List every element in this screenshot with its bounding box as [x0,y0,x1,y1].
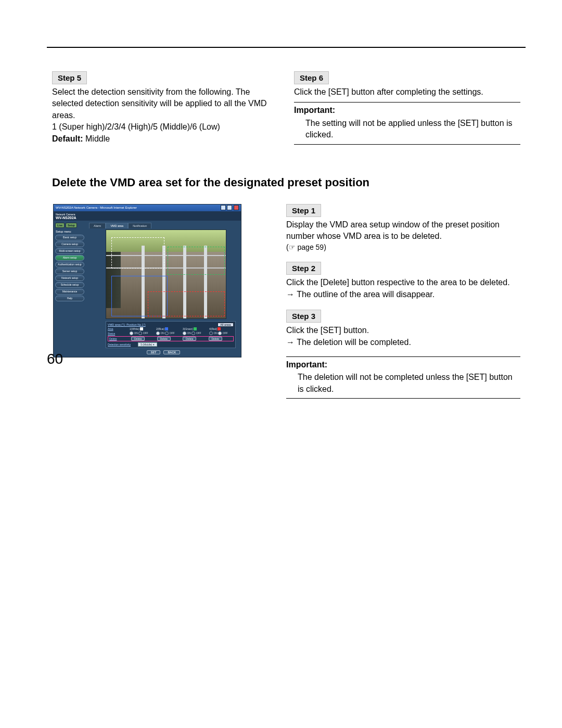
status-4-on[interactable] [209,331,213,335]
title-bar: WV-NS202A Network Camera - Microsoft Int… [54,205,241,211]
status-3-off[interactable] [191,331,195,335]
sens-select[interactable]: 5 (Middle) ▾ [138,342,157,347]
step5-body1: Select the detection sensitivity from th… [52,86,278,121]
nav-help[interactable]: Help [55,296,84,301]
step6-imp-title: Important: [294,105,520,116]
step6-important: Important: The setting will not be appli… [294,102,520,144]
vmd-area-green[interactable] [168,247,225,275]
vmd-area-white[interactable] [111,237,164,269]
delete-area-3[interactable]: Delete [183,337,196,341]
step5-label: Step 5 [52,71,87,84]
step5-default-value: Middle [83,134,110,143]
step5-default-label: Default: [52,134,83,143]
nav-basic[interactable]: Basic setup [55,235,84,240]
vmd-settings-panel: VMD area ("1: Position No.1") All areas … [106,321,236,348]
minimize-icon[interactable] [221,205,226,210]
step2-label: Step 2 [286,262,321,275]
status-1-on[interactable] [130,331,133,335]
step1-body: Display the VMD area setup window of the… [286,219,520,242]
live-button[interactable]: Live [55,223,65,228]
panel-title: VMD area ("1: Position No.1") [108,323,146,326]
nav-alarm[interactable]: Alarm setup [55,255,84,261]
swatch-green-icon [194,327,197,330]
status-4-off[interactable] [218,331,222,335]
nav-schedule[interactable]: Schedule setup [55,282,84,288]
step1-ref: (☞ page 59) [286,242,520,253]
camera-preview[interactable] [106,229,226,319]
step1-label: Step 1 [286,204,321,217]
step6-imp-body: The setting will not be applied unless t… [294,118,520,141]
step3-result: → The deletion will be completed. [286,337,520,348]
right-important: Important: The deletion will not be comp… [286,356,520,399]
close-icon[interactable] [234,205,239,210]
set-button[interactable]: SET [147,350,161,354]
app-window: WV-NS202A Network Camera - Microsoft Int… [53,204,241,357]
section-title: Delete the VMD area set for the designat… [52,176,520,189]
model-header: Network Camera WV-NS202A [54,211,241,221]
step3-label: Step 3 [286,310,321,323]
row-area-label: Area [108,327,127,330]
tab-notif[interactable]: Notification [128,223,151,228]
main-area: Alarm VMD area Notification [86,221,241,357]
swatch-red-icon [218,327,221,330]
window-title: WV-NS202A Network Camera - Microsoft Int… [56,206,137,209]
tab-vmd[interactable]: VMD area [106,223,128,228]
delete-area-4[interactable]: Delete [209,337,222,341]
status-3-on[interactable] [183,331,186,335]
nav-camera[interactable]: Camera setup [55,241,84,247]
delete-area-2[interactable]: Delete [157,337,171,341]
status-2-on[interactable] [156,331,160,335]
tab-alarm[interactable]: Alarm [89,223,106,228]
nav-server[interactable]: Server setup [55,269,84,274]
nav-network[interactable]: Network setup [55,275,84,281]
setup-button[interactable]: Setup [66,223,77,228]
step3-body: Click the [SET] button. [286,325,520,336]
delete-area-1[interactable]: Delete [131,337,145,341]
page-number: 60 [47,351,63,367]
status-2-off[interactable] [165,331,169,335]
delete-row-highlight: Delete Delete Delete Delete Delete [108,336,234,341]
nav-auth[interactable]: Authentication setup [55,262,84,267]
step2-body: Click the [Delete] button respective to … [286,277,520,288]
vmd-area-red[interactable] [148,291,225,316]
maximize-icon[interactable] [227,205,232,210]
back-button[interactable]: BACK [163,350,180,354]
swatch-white-icon [140,327,143,330]
all-areas-button[interactable]: All areas [218,323,234,327]
row-status-label: Status [108,332,127,335]
step6-body: Click the [SET] button after completing … [294,86,520,98]
window-buttons[interactable] [220,205,239,211]
nav-maint[interactable]: Maintenance [55,289,84,295]
nav-multi[interactable]: Multi-screen setup [55,248,84,254]
sidebar: Live Setup Setup menu Basic setup Camera… [54,221,86,357]
setup-menu-label: Setup menu [56,230,85,233]
step6-label: Step 6 [294,71,329,84]
right-imp-title: Important: [286,359,520,371]
top-rule [47,47,526,48]
status-1-off[interactable] [138,331,142,335]
step5-body2: 1 (Super high)/2/3/4 (High)/5 (Middle)/6… [52,121,278,133]
row-delete-label: Delete [109,337,129,340]
swatch-blue-icon [165,327,168,330]
step2-result: → The outline of the area will disappear… [286,289,520,300]
sens-label: Detection sensitivity [108,343,131,346]
right-imp-body: The deletion will not be completed unles… [286,372,520,395]
